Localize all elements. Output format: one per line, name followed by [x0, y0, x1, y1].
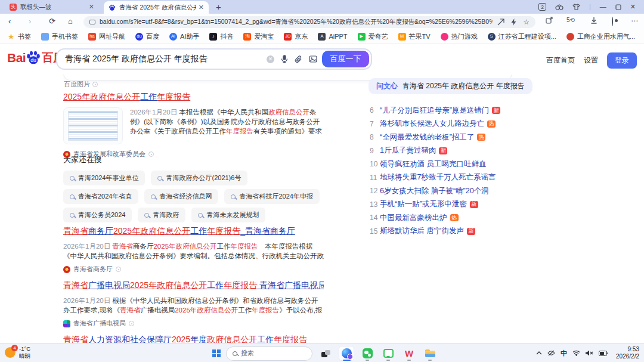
address-bar[interactable]: baidu.com/s?ie=utf-8&f=8&rsv_bp=1&tn=150… — [83, 16, 535, 28]
minimize-button[interactable]: — — [600, 4, 606, 10]
hot-search-item[interactable]: 13手机“贴一贴”或无形中泄密新 — [370, 200, 519, 209]
ask-wenxin-pill[interactable]: 问文心 青海省 2025年 政府信息公开 年度报告 — [369, 78, 532, 94]
hot-search-item[interactable]: 15斯塔默访华后 唐宁街发声新 — [370, 227, 519, 236]
login-button[interactable]: 登录 — [607, 52, 637, 69]
hot-search-item[interactable]: 10领导疯狂劝酒 员工喝完口吐鲜血 — [370, 159, 519, 169]
chevron-up-icon[interactable] — [536, 351, 542, 355]
baidu-image-section-label[interactable]: 百度图片 — [64, 80, 98, 89]
split-view-icon[interactable] — [555, 4, 564, 10]
lightning-icon[interactable] — [511, 18, 516, 26]
tab-baidu-search[interactable]: 青海省 2025年 政府信息公开 年.. ✕ — [104, 1, 209, 14]
back-button[interactable]: ‹ — [8, 17, 11, 26]
bookmark-item[interactable]: ★书签 — [7, 32, 31, 41]
related-search-chip[interactable]: 青海2024年事业单位 — [63, 171, 145, 185]
clear-icon[interactable]: ✕ — [267, 55, 274, 63]
home-button[interactable]: ⌂ — [68, 17, 73, 26]
result-title-link[interactable]: 青海省广播电视局2025年政府信息公开工作年度报告 青海省广播电视局 — [63, 279, 324, 291]
ime-indicator[interactable]: 中 — [561, 350, 567, 357]
result-source[interactable]: 青海省广播电视局 — [63, 319, 324, 328]
tab-close-icon[interactable]: ✕ — [89, 3, 94, 11]
bookmark-item[interactable]: 手机书签 — [41, 32, 78, 41]
site-info-icon[interactable] — [89, 20, 95, 24]
tab-close-icon[interactable]: ✕ — [199, 4, 204, 11]
more-menu-icon[interactable]: ⋯ — [631, 17, 638, 25]
result-title-link[interactable]: 青海省人力资源和社会保障厅2025年度政府信息公开工作年度报告 — [63, 333, 324, 343]
task-view-button[interactable] — [318, 346, 333, 361]
search-icon — [151, 194, 156, 199]
settings-link[interactable]: 设置 — [584, 55, 598, 66]
document-preview — [68, 111, 118, 141]
baidu-search-button[interactable]: 百度一下 — [322, 51, 369, 67]
start-button[interactable] — [212, 349, 221, 358]
search-input[interactable] — [57, 54, 267, 64]
hot-search-item[interactable]: 14中国最新富豪榜出炉热 — [370, 213, 519, 222]
source-more-icon[interactable] — [116, 267, 121, 272]
bookmark-item[interactable]: 淘爱淘宝 — [243, 32, 274, 41]
profile-avatar-icon[interactable] — [612, 17, 613, 26]
bookmark-item[interactable]: ▶爱奇艺 — [358, 32, 388, 41]
hot-title: “全网最爱发钱的老板”招工了 — [380, 132, 474, 143]
taskbar-search[interactable]: 搜索 — [226, 346, 312, 361]
bookmark-item[interactable]: 工商企业用水用气... — [566, 32, 635, 41]
attachment-icon[interactable] — [295, 55, 302, 63]
share-icon[interactable] — [497, 18, 504, 26]
image-search-icon[interactable] — [309, 55, 317, 63]
related-search-chip[interactable]: 青海省经济信息网 — [144, 189, 218, 204]
related-search-chip[interactable]: 青海省2024年省直 — [63, 189, 138, 204]
wechat-app-button[interactable] — [360, 346, 375, 361]
hot-search-item[interactable]: 11地球将失重7秒致千万人死亡系谣言 — [370, 173, 519, 182]
wenxin-label: 问文心 — [376, 81, 398, 91]
window-pop-icon[interactable] — [546, 17, 553, 26]
result-title-link[interactable]: 2025年政府信息公开工作年度报告 — [63, 91, 324, 103]
search-result: 2025年政府信息公开工作年度报告 2026年1月20日 本报告根据《中华人民共… — [63, 91, 324, 159]
hot-search-item[interactable]: 126岁女孩大扫除 脑子被“啃”20个洞 — [370, 186, 519, 196]
wps-app-button[interactable]: W — [401, 346, 417, 361]
forward-button[interactable]: › — [29, 17, 31, 26]
bookmark-item[interactable]: ♪抖音 — [209, 32, 233, 41]
bookmark-item[interactable]: S江苏省工程建设项... — [488, 32, 556, 41]
result-title-link[interactable]: 青海省商务厅2025年政府信息公开工作年度报告_青海省商务厅 — [63, 225, 324, 237]
download-icon[interactable] — [590, 17, 597, 26]
related-search-chip[interactable]: 青海公务员2024 — [63, 208, 132, 222]
related-search-chip[interactable]: 青海政府办公厅(2021)6号 — [151, 171, 247, 185]
bookmark-item[interactable]: JD京东 — [284, 32, 308, 41]
related-search-chip[interactable]: 青海省科技厅2024年申报 — [224, 189, 319, 204]
maximize-button[interactable] — [615, 4, 621, 10]
new-tab-button[interactable]: + — [216, 2, 221, 12]
related-search-chip[interactable]: 青海未来发展规划 — [191, 208, 265, 222]
reload-button[interactable]: ⟳ — [49, 17, 55, 26]
browser-app-button[interactable] — [339, 346, 354, 361]
wifi-icon[interactable] — [572, 350, 580, 356]
recently-closed-icon[interactable]: 5⟲ — [566, 17, 575, 23]
weather-widget[interactable]: 4 -1°C晴朗 — [5, 345, 30, 360]
bookmark-item[interactable]: AIAI助手 — [169, 32, 199, 41]
related-search-chip[interactable]: 青海政府 — [138, 208, 185, 222]
close-window-button[interactable]: ✕ — [630, 4, 636, 10]
star-bookmark-icon[interactable]: ☆ — [523, 18, 530, 26]
battery-icon[interactable] — [599, 351, 608, 356]
file-explorer-button[interactable] — [422, 346, 438, 361]
bookmark-item[interactable]: du百度 — [135, 32, 159, 41]
taskbar-clock[interactable]: 9:53 2026/2/2 — [616, 346, 639, 360]
source-more-icon[interactable] — [129, 321, 134, 326]
baidu-home-link[interactable]: 百度首页 — [546, 55, 575, 66]
result-source[interactable]: 青海省商务厅 — [63, 265, 324, 274]
bookmark-item[interactable]: M芒果TV — [398, 32, 431, 41]
hot-search-item[interactable]: 91斤瓜子贵过猪肉新 — [370, 146, 519, 156]
theme-skin-icon[interactable] — [572, 4, 580, 10]
result-thumbnail[interactable] — [63, 107, 123, 144]
bookmark-item[interactable]: 热门游戏 — [441, 32, 478, 41]
utility-site-icon — [566, 33, 574, 41]
workspace-count-badge[interactable]: 2 — [538, 3, 546, 11]
hot-search-item[interactable]: 7洛杉矶市长候选人女儿路边身亡热 — [370, 119, 519, 129]
bookmark-item[interactable]: ha网址导航 — [88, 32, 125, 41]
hot-search-item[interactable]: 6“儿子分别后狂追母亲”原是送错门新 — [370, 106, 519, 115]
volume-muted-icon[interactable] — [586, 350, 593, 356]
messages-app-button[interactable] — [380, 346, 396, 361]
hot-search-item[interactable]: 8“全网最爱发钱的老板”招工了热 — [370, 132, 519, 142]
bookmark-item[interactable]: AAiPPT — [318, 33, 347, 41]
divider: | — [589, 4, 591, 10]
eye-off-icon[interactable] — [547, 350, 555, 356]
microphone-icon[interactable] — [281, 55, 288, 63]
tab-toutiao[interactable]: 头 联想头—波 ✕ — [5, 1, 99, 13]
